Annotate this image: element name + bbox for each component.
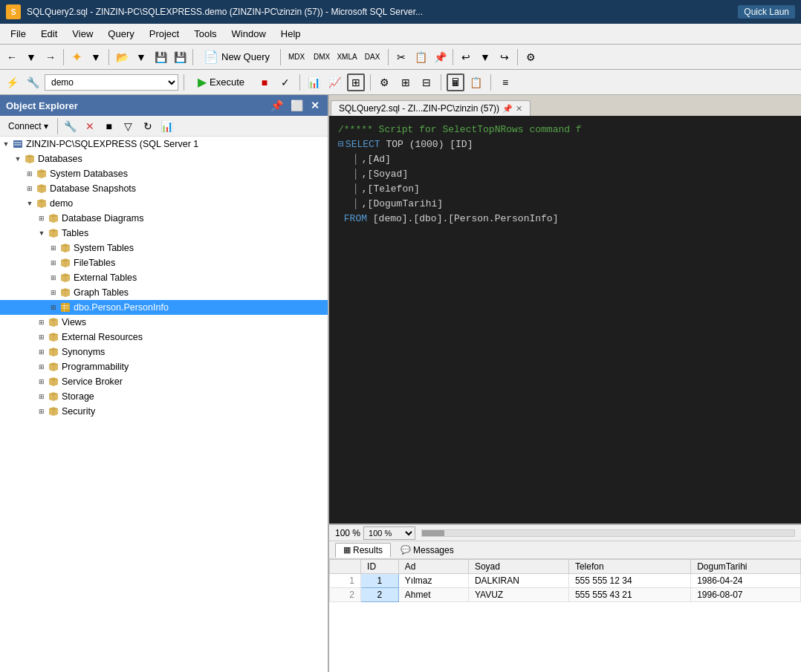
undock-icon[interactable]: ⬜ xyxy=(288,100,305,111)
menu-file[interactable]: File xyxy=(3,25,33,42)
tree-item[interactable]: ⊞System Databases xyxy=(0,166,328,181)
tree-expand-icon[interactable]: ▼ xyxy=(0,138,12,150)
quick-launch[interactable]: Quick Laun xyxy=(738,5,795,19)
tree-expand-icon[interactable]: ⊞ xyxy=(36,376,48,388)
tree-expand-icon[interactable]: ⊞ xyxy=(36,391,48,402)
tree-item[interactable]: ⊞Service Broker xyxy=(0,374,328,389)
tab-pin-icon[interactable]: 📌 xyxy=(502,104,513,114)
close-icon[interactable]: ✕ xyxy=(308,100,322,111)
redo-btn[interactable]: ↪ xyxy=(496,48,513,66)
oe-disconnect-btn[interactable]: ✕ xyxy=(81,117,99,135)
tree-expand-icon[interactable]: ⊞ xyxy=(48,301,59,313)
query-editor[interactable]: /***** Script for SelectTopNRows command… xyxy=(329,116,801,523)
menu-query[interactable]: Query xyxy=(100,25,141,42)
oe-filter-btn[interactable]: 🔧 xyxy=(62,117,80,135)
tree-expand-icon[interactable]: ▼ xyxy=(36,227,48,239)
tree-expand-icon[interactable]: ⊞ xyxy=(36,361,48,373)
tree-item[interactable]: ⊞FileTables xyxy=(0,255,328,270)
undo-btn[interactable]: ↩ xyxy=(457,48,475,66)
tree-item[interactable]: ⊞System Tables xyxy=(0,241,328,255)
zoom-dropdown[interactable]: 100 % xyxy=(363,526,415,540)
menu-help[interactable]: Help xyxy=(273,25,308,42)
save-btn[interactable]: 💾 xyxy=(152,48,169,66)
tree-expand-icon[interactable]: ⊞ xyxy=(36,331,48,343)
more-btn2[interactable]: ⊟ xyxy=(418,74,435,91)
mdx-btn[interactable]: MDX xyxy=(285,48,308,66)
tree-item[interactable]: ▼demo xyxy=(0,196,328,211)
execute-button[interactable]: ▶ Execute xyxy=(189,73,253,91)
tree-item[interactable]: ⊞dbo.Person.PersonInfo xyxy=(0,300,328,315)
results-btn2[interactable]: 📋 xyxy=(467,74,485,91)
open-btn[interactable]: 📂 xyxy=(113,48,131,66)
menu-tools[interactable]: Tools xyxy=(187,25,224,42)
query-tab[interactable]: SQLQuery2.sql - ZI...ZIN-PC\zinzin (57))… xyxy=(331,100,531,116)
paste-btn[interactable]: 📌 xyxy=(431,48,449,66)
tab-results[interactable]: ▦ Results xyxy=(335,543,391,558)
tree-expand-icon[interactable]: ⊞ xyxy=(48,287,59,299)
tree-item[interactable]: ⊞External Tables xyxy=(0,270,328,285)
settings-query-btn[interactable]: ⚙ xyxy=(376,74,394,91)
new-file-dropdown[interactable]: ▼ xyxy=(87,48,105,66)
tree-expand-icon[interactable]: ⊞ xyxy=(36,212,48,224)
tree-expand-icon[interactable]: ▼ xyxy=(12,153,24,165)
toolbar2-btn1[interactable]: ⚡ xyxy=(3,74,21,91)
dmx-btn[interactable]: DMX xyxy=(310,48,334,66)
pin-icon[interactable]: 📌 xyxy=(268,100,285,111)
oe-stop-btn[interactable]: ■ xyxy=(100,117,118,135)
menu-view[interactable]: View xyxy=(65,25,100,42)
tree-expand-icon[interactable]: ⊞ xyxy=(24,183,36,195)
tree-item[interactable]: ⊞Views xyxy=(0,315,328,330)
tree-item[interactable]: ▼ZINZIN-PC\SQLEXPRESS (SQL Server 1 xyxy=(0,137,328,151)
more-btn1[interactable]: ⊞ xyxy=(397,74,415,91)
back-dropdown[interactable]: ▼ xyxy=(22,48,40,66)
forward-button[interactable]: → xyxy=(42,48,59,66)
tree-item[interactable]: ⊞Programmability xyxy=(0,359,328,374)
tree-expand-icon[interactable]: ⊞ xyxy=(48,257,59,269)
oe-activity-btn[interactable]: 📊 xyxy=(158,117,176,135)
xmla-btn[interactable]: XMLA xyxy=(335,48,359,66)
tree-item[interactable]: ⊞Database Diagrams xyxy=(0,211,328,226)
new-query-button[interactable]: 📄 New Query xyxy=(197,48,276,66)
tree-expand-icon[interactable]: ⊞ xyxy=(36,346,48,358)
stop-btn[interactable]: ■ xyxy=(256,74,273,91)
menu-edit[interactable]: Edit xyxy=(33,25,65,42)
tree-item[interactable]: ⊞Synonyms xyxy=(0,345,328,359)
tree-item[interactable]: ⊞External Resources xyxy=(0,330,328,345)
menu-project[interactable]: Project xyxy=(142,25,187,42)
oe-filter2-btn[interactable]: ▽ xyxy=(120,117,137,135)
calc-btn[interactable]: 🖩 xyxy=(447,74,464,91)
tree-expand-icon[interactable]: ⊞ xyxy=(36,316,48,328)
cut-btn[interactable]: ✂ xyxy=(392,48,410,66)
copy-btn[interactable]: 📋 xyxy=(412,48,429,66)
open-dropdown[interactable]: ▼ xyxy=(132,48,150,66)
tab-messages[interactable]: 💬 Messages xyxy=(392,543,462,558)
database-dropdown[interactable]: demo xyxy=(45,74,178,91)
tree-item[interactable]: ▼Databases xyxy=(0,151,328,166)
connect-button[interactable]: Connect ▾ xyxy=(3,119,53,134)
tree-item[interactable]: ⊞Database Snapshots xyxy=(0,181,328,196)
tree-expand-icon[interactable]: ⊞ xyxy=(36,405,48,417)
dax-btn[interactable]: DAX xyxy=(360,48,384,66)
show-estimated-btn[interactable]: 📊 xyxy=(305,74,323,91)
include-actual-btn[interactable]: 📈 xyxy=(326,74,344,91)
menu-window[interactable]: Window xyxy=(224,25,273,42)
tree-expand-icon[interactable]: ⊞ xyxy=(48,242,59,254)
tree-item[interactable]: ⊞Security xyxy=(0,404,328,419)
save-all-btn[interactable]: 💾 xyxy=(171,48,189,66)
tree-item[interactable]: ⊞Storage xyxy=(0,389,328,404)
back-button[interactable]: ← xyxy=(3,48,21,66)
toolbar2-btn2[interactable]: 🔧 xyxy=(24,74,42,91)
tree-expand-icon[interactable]: ⊞ xyxy=(24,168,36,180)
parse-btn[interactable]: ✓ xyxy=(276,74,294,91)
tab-close-icon[interactable]: ✕ xyxy=(516,104,522,114)
new-file-btn[interactable]: ✦ xyxy=(68,48,85,66)
settings-btn[interactable]: ⚙ xyxy=(522,48,539,66)
horizontal-scrollbar[interactable] xyxy=(421,529,795,537)
results-grid-btn[interactable]: ⊞ xyxy=(347,74,365,91)
oe-refresh-btn[interactable]: ↻ xyxy=(139,117,157,135)
undo-dropdown[interactable]: ▼ xyxy=(476,48,494,66)
tree-expand-icon[interactable]: ⊞ xyxy=(48,272,59,284)
tree-item[interactable]: ⊞Graph Tables xyxy=(0,285,328,300)
align-btn[interactable]: ≡ xyxy=(496,74,514,91)
tree-expand-icon[interactable]: ▼ xyxy=(24,198,36,209)
